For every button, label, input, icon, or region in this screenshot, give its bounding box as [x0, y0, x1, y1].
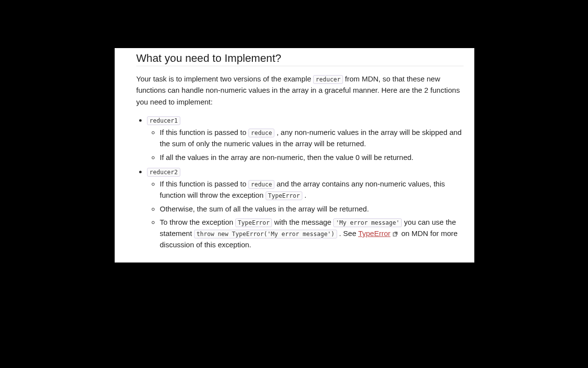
inline-code: TypeError: [266, 191, 302, 200]
body-text: If this function is passed to: [160, 128, 248, 136]
inline-code: reduce: [248, 180, 274, 189]
typeerror-link[interactable]: TypeError: [358, 229, 391, 237]
function-item-reducer1: reducer1If this function is passed to re…: [147, 114, 464, 163]
body-text: If all the values in the array are non-n…: [160, 153, 414, 161]
function-sublist: If this function is passed to reduce , a…: [147, 127, 464, 163]
function-subitem: Otherwise, the sum of all the values in …: [160, 203, 464, 214]
function-subitem: If all the values in the array are non-n…: [160, 152, 464, 163]
function-sublist: If this function is passed to reduce and…: [147, 178, 464, 251]
body-text: If this function is passed to: [160, 180, 248, 188]
external-link-icon: [392, 231, 398, 237]
body-text: with the message: [272, 218, 333, 226]
inline-code: throw new TypeError('My error message'): [194, 230, 337, 238]
inline-code: reduce: [248, 129, 274, 137]
intro-paragraph: Your task is to implement two versions o…: [136, 73, 464, 107]
function-subitem: If this function is passed to reduce and…: [160, 178, 464, 201]
intro-text-1: Your task is to implement two versions o…: [136, 75, 313, 83]
body-text: Otherwise, the sum of all the values in …: [160, 205, 369, 213]
inline-code: TypeError: [235, 218, 272, 227]
function-name-code: reducer2: [147, 168, 180, 177]
body-text: . See: [337, 229, 358, 237]
function-subitem: If this function is passed to reduce , a…: [160, 127, 464, 150]
function-name-code: reducer1: [147, 116, 180, 125]
function-list: reducer1If this function is passed to re…: [136, 114, 464, 251]
inline-code: 'My error message': [333, 218, 402, 227]
body-text: .: [302, 191, 306, 199]
function-subitem: To throw the exception TypeError with th…: [160, 216, 464, 251]
code-reducer: reducer: [313, 75, 343, 84]
section-heading: What you need to Implement?: [136, 52, 464, 66]
body-text: To throw the exception: [160, 218, 235, 226]
function-item-reducer2: reducer2If this function is passed to re…: [147, 166, 464, 251]
instruction-card: What you need to Implement? Your task is…: [115, 48, 474, 263]
